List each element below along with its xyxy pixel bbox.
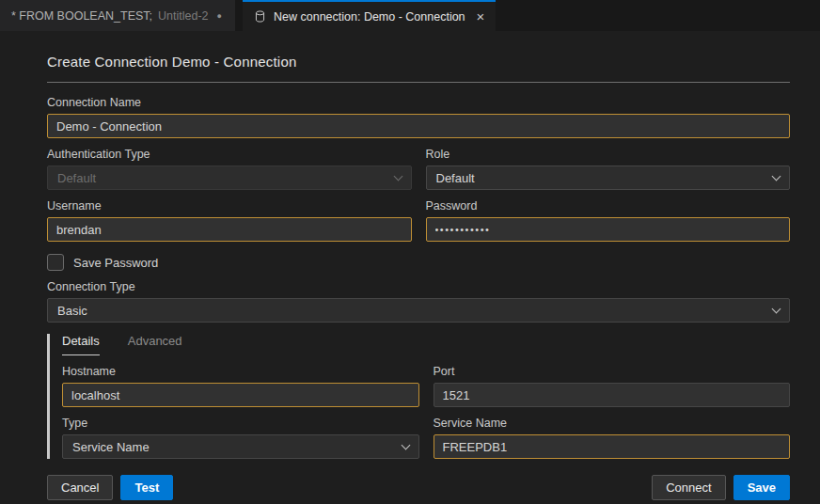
- tab-new-connection[interactable]: New connection: Demo - Connection ×: [243, 0, 496, 31]
- connection-name-label: Connection Name: [47, 96, 790, 109]
- chevron-down-icon: [772, 171, 781, 181]
- connection-name-input[interactable]: [47, 114, 790, 138]
- save-password-row: Save Password: [47, 254, 790, 271]
- details-panel: Details Advanced Hostname Port Type Serv…: [47, 334, 790, 459]
- cancel-button[interactable]: Cancel: [47, 475, 113, 500]
- tab-sql-file[interactable]: * FROM BOOLEAN_TEST; Untitled-2 ●: [0, 0, 235, 31]
- connect-button[interactable]: Connect: [652, 475, 725, 500]
- tab-filename: Untitled-2: [158, 9, 209, 23]
- tab-details[interactable]: Details: [62, 334, 100, 355]
- database-icon: [254, 9, 266, 24]
- port-label: Port: [434, 365, 791, 378]
- authentication-type-value: Default: [57, 171, 96, 185]
- test-button[interactable]: Test: [120, 475, 173, 500]
- form-actions: Cancel Test Connect Save: [47, 475, 790, 500]
- tab-title: New connection: Demo - Connection: [274, 10, 465, 24]
- type-value: Service Name: [72, 440, 150, 454]
- save-password-checkbox[interactable]: [47, 254, 64, 271]
- connection-type-label: Connection Type: [47, 280, 790, 293]
- close-tab-icon[interactable]: ×: [477, 9, 485, 24]
- password-input[interactable]: [426, 217, 791, 242]
- editor-tab-bar: * FROM BOOLEAN_TEST; Untitled-2 ● New co…: [0, 0, 820, 31]
- role-select[interactable]: Default: [426, 165, 791, 190]
- authentication-type-select: Default: [47, 165, 412, 190]
- username-label: Username: [47, 199, 412, 213]
- username-input[interactable]: [47, 217, 412, 242]
- role-label: Role: [426, 148, 791, 161]
- chevron-down-icon: [772, 304, 781, 313]
- port-input[interactable]: [434, 383, 791, 407]
- dirty-indicator-icon[interactable]: ●: [217, 11, 222, 21]
- save-password-label: Save Password: [73, 256, 158, 270]
- hostname-input[interactable]: [62, 383, 419, 407]
- chevron-down-icon: [401, 440, 410, 449]
- type-label: Type: [62, 417, 419, 430]
- hostname-label: Hostname: [62, 365, 419, 378]
- connection-type-value: Basic: [57, 304, 87, 318]
- save-button[interactable]: Save: [733, 475, 790, 500]
- authentication-type-label: Authentication Type: [47, 148, 412, 161]
- role-value: Default: [436, 171, 475, 185]
- details-tab-list: Details Advanced: [62, 334, 790, 355]
- type-select[interactable]: Service Name: [62, 434, 419, 459]
- password-label: Password: [426, 199, 791, 213]
- page-title: Create Connection Demo - Connection: [47, 54, 790, 83]
- tab-title: * FROM BOOLEAN_TEST;: [11, 9, 152, 23]
- service-name-input[interactable]: [434, 434, 791, 459]
- service-name-label: Service Name: [434, 417, 791, 430]
- connection-type-select[interactable]: Basic: [47, 298, 790, 323]
- tab-advanced[interactable]: Advanced: [128, 334, 182, 355]
- connection-form: Create Connection Demo - Connection Conn…: [0, 31, 820, 500]
- chevron-down-icon: [393, 171, 402, 181]
